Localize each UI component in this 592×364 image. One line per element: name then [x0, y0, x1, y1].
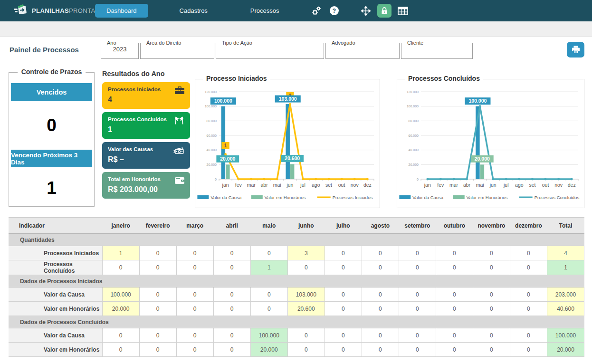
- card-total-honorarios: Total em Honorários R$ 203.000,00: [102, 172, 190, 199]
- filter-advogado-label: Advogado: [330, 40, 357, 46]
- results-title: Resultados do Ano: [102, 70, 190, 77]
- settings-gears-icon[interactable]: [311, 6, 322, 16]
- filter-area-value[interactable]: [144, 46, 210, 54]
- svg-text:out: out: [542, 182, 549, 188]
- svg-text:out: out: [338, 182, 345, 188]
- print-button[interactable]: [567, 42, 584, 57]
- grid-icon[interactable]: [398, 7, 408, 15]
- table-cell: 0: [510, 343, 547, 357]
- table-cell: 20.000: [547, 343, 584, 357]
- column-header: novembro: [473, 218, 510, 234]
- svg-text:dez: dez: [363, 182, 372, 188]
- filter-cliente-value[interactable]: [405, 46, 468, 54]
- table-row: Valor em Honorários000020.000000000020.0…: [9, 343, 584, 357]
- svg-text:Processos Concluídos: Processos Concluídos: [535, 195, 580, 200]
- svg-text:100.000: 100.000: [468, 98, 487, 104]
- filter-ano-value[interactable]: 2023: [105, 46, 134, 54]
- table-row: Processos Iniciados1000030000004: [9, 246, 584, 260]
- card-value: R$ –: [108, 155, 184, 164]
- card-label: Processos Iniciados: [108, 86, 184, 92]
- svg-text:ago: ago: [515, 182, 524, 188]
- row-label: Valor em Honorários: [9, 343, 102, 357]
- card-label: Total em Honorários: [108, 176, 184, 182]
- table-cell: 0: [139, 343, 176, 357]
- svg-text:0: 0: [215, 178, 217, 181]
- card-label: Valor das Causas: [108, 146, 184, 152]
- table-cell: 0: [325, 246, 362, 260]
- tab-processos[interactable]: Processos: [239, 4, 291, 18]
- table-cell: 0: [399, 302, 436, 316]
- table-cell: 0: [436, 302, 473, 316]
- svg-text:Valor em Honorários: Valor em Honorários: [265, 195, 306, 200]
- lock-button[interactable]: [377, 4, 391, 18]
- table-cell: 3: [287, 246, 325, 260]
- table-cell: 0: [473, 260, 510, 275]
- vencidos-header: Vencidos: [11, 83, 92, 101]
- tab-cadastros[interactable]: Cadastros: [168, 4, 219, 18]
- filter-cliente[interactable]: Cliente: [401, 40, 473, 59]
- resultados-do-ano-panel: Resultados do Ano Processos Iniciados 4 …: [102, 68, 190, 202]
- svg-text:mar: mar: [247, 182, 256, 188]
- svg-text:20.000: 20.000: [207, 163, 217, 166]
- move-icon[interactable]: [361, 6, 371, 16]
- vencendo-3-dias-count: 1: [9, 167, 94, 209]
- svg-text:Valor da Causa: Valor da Causa: [412, 195, 443, 200]
- svg-text:20.000: 20.000: [475, 156, 490, 162]
- app-logo-icon: [13, 4, 28, 18]
- table-cell: 0: [399, 260, 436, 275]
- table-cell: 100.000: [250, 328, 287, 343]
- table-cell: 0: [287, 328, 325, 343]
- monthly-indicators-table: Indicadorjaneirofevereiromarçoabrilmaioj…: [9, 217, 584, 357]
- table-cell: 20.600: [287, 302, 325, 316]
- table-cell: 0: [176, 343, 213, 357]
- svg-text:Valor em Honorários: Valor em Honorários: [467, 195, 508, 200]
- svg-text:nov: nov: [351, 182, 359, 188]
- vencendo-3-dias-header: Vencendo Próximos 3 Dias: [11, 150, 92, 167]
- filter-tipo-value[interactable]: [220, 46, 320, 54]
- table-row: Valor da Causa0000100.0000000000100.000: [9, 328, 584, 343]
- svg-text:jul: jul: [300, 182, 306, 188]
- svg-text:40.000: 40.000: [207, 148, 217, 152]
- filter-bar: Painel de Processos Ano 2023 Área do Dir…: [0, 37, 592, 62]
- table-cell: 0: [325, 328, 362, 343]
- table-cell: 0: [473, 246, 510, 260]
- table-cell: 0: [213, 302, 250, 316]
- filter-area-do-direito[interactable]: Área do Direito: [140, 40, 214, 59]
- chart-title: Processo Iniciados: [203, 75, 270, 82]
- toolbar-strip: [0, 21, 592, 37]
- svg-text:abr: abr: [260, 182, 268, 188]
- table-cell: 1: [102, 246, 139, 260]
- card-value: 4: [108, 96, 184, 104]
- table-cell: 20.000: [102, 302, 139, 316]
- filter-advogado-value[interactable]: [330, 46, 395, 54]
- svg-text:fev: fev: [235, 182, 242, 188]
- section-header-row: Dados de Processos Concluídos: [9, 316, 584, 328]
- table-cell: 0: [139, 287, 176, 302]
- table-header-row: Indicadorjaneirofevereiromarçoabrilmaioj…: [9, 218, 584, 234]
- column-header: Indicador: [9, 218, 102, 234]
- table-cell: 0: [362, 302, 399, 316]
- table-cell: 0: [176, 302, 213, 316]
- table-cell: 20.000: [250, 343, 287, 357]
- table-cell: 0: [250, 302, 287, 316]
- tab-dashboard[interactable]: Dashboard: [95, 4, 148, 18]
- table-row: Valor em Honorários20.000000020.60000000…: [9, 302, 584, 316]
- row-label: Processos Iniciados: [9, 246, 102, 260]
- table-cell: 1: [250, 260, 287, 275]
- svg-text:Valor da Causa: Valor da Causa: [210, 195, 241, 200]
- svg-text:0: 0: [417, 178, 419, 181]
- chart-processos-iniciados: Processo Iniciados 120.000100.00080.0006…: [195, 79, 380, 208]
- column-header: janeiro: [102, 218, 139, 234]
- table-row: Valor da Causa100.0000000103.00000000020…: [9, 287, 584, 302]
- table-cell: 0: [399, 287, 436, 302]
- help-icon[interactable]: ?: [329, 6, 339, 16]
- table-cell: 0: [510, 246, 547, 260]
- column-header: julho: [325, 218, 362, 234]
- chart-svg: 120.000100.00080.00060.00040.00020.0000j…: [398, 83, 584, 206]
- card-valor-das-causas: Valor das Causas R$ –: [102, 142, 190, 169]
- filter-ano[interactable]: Ano 2023: [101, 40, 139, 59]
- table-cell: 0: [436, 287, 473, 302]
- filter-advogado[interactable]: Advogado: [325, 40, 400, 59]
- row-label: Valor da Causa: [9, 287, 102, 302]
- filter-tipo-de-acao[interactable]: Tipo de Ação: [216, 40, 324, 59]
